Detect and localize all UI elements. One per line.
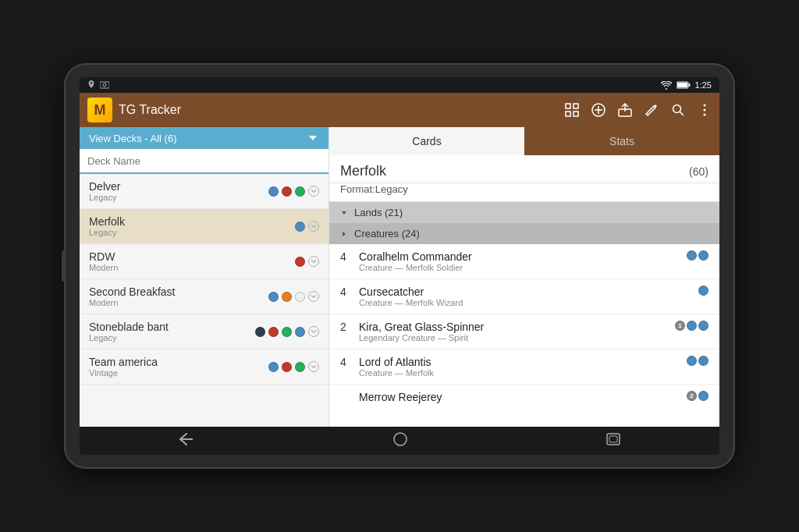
deck-dropdown-ta[interactable]	[308, 361, 319, 372]
card-name-kira: Kira, Great Glass-Spinner	[359, 321, 667, 333]
scan-icon[interactable]	[565, 103, 579, 117]
deck-item-right-merfolk	[295, 221, 319, 232]
more-icon[interactable]	[698, 103, 712, 117]
side-button[interactable]	[62, 250, 65, 282]
svg-line-15	[680, 112, 684, 115]
card-icons-lord-atlantis	[687, 356, 708, 366]
deck-item-merfolk[interactable]: Merfolk Legacy	[80, 209, 328, 244]
svg-rect-28	[609, 436, 617, 442]
deck-item-rdw[interactable]: RDW Modern	[80, 244, 328, 279]
card-type-kira: Legendary Creature — Spirit	[359, 333, 667, 342]
card-name-coralhelm: Coralhelm Commander	[359, 250, 679, 263]
deck-item-second-breakfast[interactable]: Second Breakfast Modern	[80, 279, 328, 314]
section-arrow-creatures	[340, 230, 348, 238]
card-info-merrow: Merrow Reejerey	[359, 391, 679, 403]
svg-rect-5	[566, 104, 570, 108]
search-icon[interactable]	[671, 103, 685, 117]
svg-point-22	[309, 292, 319, 302]
mana-green-ta	[295, 362, 305, 372]
deck-search	[80, 149, 328, 174]
edit-icon[interactable]	[645, 103, 659, 117]
deck-panel-header-text: View Decks - All (6)	[89, 133, 176, 144]
location-icon	[87, 80, 95, 90]
mana-red-stoneblade	[268, 327, 279, 337]
home-button[interactable]	[393, 432, 407, 450]
back-button[interactable]	[179, 432, 194, 450]
deck-item-info-ta: Team america Vintage	[89, 356, 268, 378]
status-bar-right: 1:25	[661, 80, 712, 90]
export-icon[interactable]	[618, 103, 632, 117]
main-area: View Decks - All (6)	[80, 127, 719, 427]
mana-coralhelm-2	[698, 250, 708, 261]
section-lands[interactable]: Lands (21)	[329, 202, 719, 223]
card-name-cursecatcher: Cursecatcher	[359, 286, 691, 298]
deck-format-sb: Modern	[89, 298, 268, 307]
deck-item-delver[interactable]: Delver Legacy	[80, 174, 328, 209]
app-content: M TG Tracker	[80, 93, 719, 427]
deck-dropdown-delver[interactable]	[308, 186, 319, 197]
mana-merrow-2	[698, 391, 708, 401]
card-entry-cursecatcher[interactable]: 4 Cursecatcher Creature — Merfolk Wizard	[329, 279, 719, 314]
deck-item-team-america[interactable]: Team america Vintage	[80, 349, 328, 385]
svg-point-17	[704, 109, 706, 112]
card-header: Merfolk (60)	[329, 155, 719, 183]
section-title-lands: Lands (21)	[354, 207, 403, 218]
svg-point-21	[309, 257, 319, 267]
mana-blue-stoneblade	[295, 327, 305, 337]
deck-search-input[interactable]	[87, 155, 321, 167]
card-type-lord-atlantis: Creature — Merfolk	[359, 368, 679, 378]
card-icons-coralhelm	[687, 250, 708, 261]
deck-dropdown-sb[interactable]	[308, 291, 319, 302]
card-qty-kira: 2	[340, 321, 351, 333]
deck-dropdown-stoneblade[interactable]	[308, 326, 319, 337]
battery-icon	[676, 81, 691, 89]
mana-green-1	[295, 186, 305, 197]
card-entry-coralhelm[interactable]: 4 Coralhelm Commander Creature — Merfolk…	[329, 244, 719, 279]
card-info-cursecatcher: Cursecatcher Creature — Merfolk Wizard	[359, 286, 691, 307]
card-entry-merrow[interactable]: Merrow Reejerey 2	[329, 385, 719, 410]
deck-item-info-stoneblade: Stoneblade bant Legacy	[89, 321, 255, 342]
card-icons-merrow: 2	[687, 391, 708, 401]
tab-cards[interactable]: Cards	[329, 127, 524, 155]
deck-item-info-merfolk: Merfolk Legacy	[89, 215, 295, 237]
deck-item-right-rdw	[295, 256, 319, 267]
mana-white-sb	[295, 292, 305, 302]
tablet-frame: 1:25 M TG Tracker	[64, 63, 735, 469]
card-name-lord-atlantis: Lord of Atlantis	[359, 356, 679, 368]
status-bar-left	[87, 80, 109, 90]
mana-black-stoneblade	[255, 327, 265, 337]
mana-lord-1	[687, 356, 697, 366]
wifi-icon	[661, 81, 672, 90]
deck-item-right-delver	[268, 186, 319, 197]
svg-rect-6	[574, 104, 578, 108]
mana-lord-2	[698, 356, 708, 366]
card-type-cursecatcher: Creature — Merfolk Wizard	[359, 298, 691, 307]
svg-rect-0	[100, 82, 109, 88]
deck-item-right-stoneblade	[255, 326, 319, 337]
recents-icon	[606, 433, 620, 445]
mana-orange-sb	[282, 292, 292, 302]
svg-point-24	[309, 362, 319, 372]
deck-format-merfolk: Legacy	[89, 228, 295, 237]
svg-rect-3	[688, 83, 690, 87]
card-qty-coralhelm: 4	[340, 250, 351, 263]
recents-button[interactable]	[606, 433, 620, 449]
section-creatures[interactable]: Creatures (24)	[329, 223, 719, 244]
mana-blue-1	[268, 186, 279, 197]
back-icon	[179, 432, 194, 446]
card-entry-lord-atlantis[interactable]: 4 Lord of Atlantis Creature — Merfolk	[329, 349, 719, 385]
deck-dropdown-merfolk[interactable]	[308, 221, 319, 232]
card-entry-kira[interactable]: 2 Kira, Great Glass-Spinner Legendary Cr…	[329, 314, 719, 349]
deck-panel-header[interactable]: View Decks - All (6)	[80, 127, 328, 149]
card-info-lord-atlantis: Lord of Atlantis Creature — Merfolk	[359, 356, 679, 378]
mana-red-rdw	[295, 257, 305, 267]
deck-format-delver: Legacy	[89, 193, 268, 202]
deck-item-stoneblade[interactable]: Stoneblade bant Legacy	[80, 314, 328, 349]
svg-rect-4	[677, 83, 687, 87]
svg-point-18	[704, 114, 706, 116]
card-info-coralhelm: Coralhelm Commander Creature — Merfolk S…	[359, 250, 679, 272]
deck-dropdown-rdw[interactable]	[308, 256, 319, 267]
add-icon[interactable]	[591, 103, 605, 117]
tab-stats[interactable]: Stats	[524, 127, 719, 155]
card-qty-cursecatcher: 4	[340, 286, 351, 298]
